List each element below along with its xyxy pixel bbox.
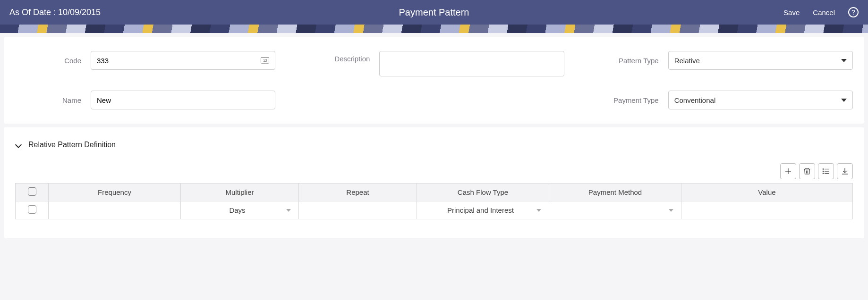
svg-point-9 xyxy=(823,173,824,174)
download-icon xyxy=(841,167,849,175)
cancel-button[interactable]: Cancel xyxy=(813,8,835,17)
delete-row-button[interactable] xyxy=(799,163,815,179)
payment-type-select[interactable]: Conventional xyxy=(668,91,853,109)
as-of-date: As Of Date : 10/09/2015 xyxy=(9,8,101,17)
add-row-button[interactable] xyxy=(780,163,796,179)
help-icon[interactable]: ? xyxy=(848,7,859,17)
col-value: Value xyxy=(681,183,853,201)
list-icon xyxy=(822,167,830,175)
form-panel: Code 12 Description Pattern Type Relativ… xyxy=(4,37,864,124)
description-wrap xyxy=(379,51,564,76)
section-title: Relative Pattern Definition xyxy=(28,141,116,149)
section-header[interactable]: Relative Pattern Definition xyxy=(15,141,853,149)
chevron-down-icon xyxy=(841,99,847,102)
cell-payment-method[interactable] xyxy=(549,201,681,219)
table-header-row: Frequency Multiplier Repeat Cash Flow Ty… xyxy=(16,183,853,201)
svg-point-8 xyxy=(823,171,824,172)
definition-table: Frequency Multiplier Repeat Cash Flow Ty… xyxy=(15,183,853,219)
page-title: Payment Pattern xyxy=(399,7,469,18)
col-repeat: Repeat xyxy=(299,183,417,201)
table-row: Days Principal and Interest xyxy=(16,201,853,219)
chevron-down-icon xyxy=(669,209,673,212)
cell-repeat[interactable] xyxy=(299,201,417,219)
select-all-checkbox[interactable] xyxy=(28,187,36,196)
description-label: Description xyxy=(304,51,370,63)
col-frequency: Frequency xyxy=(49,183,181,201)
code-label: Code xyxy=(15,57,81,65)
trash-icon xyxy=(803,167,811,175)
cell-value[interactable] xyxy=(681,201,853,219)
name-input[interactable] xyxy=(97,91,260,109)
col-cash-flow-type: Cash Flow Type xyxy=(417,183,549,201)
chevron-down-icon xyxy=(841,59,847,62)
decorative-strip xyxy=(0,25,868,33)
payment-type-value: Conventional xyxy=(674,96,716,104)
definition-panel: Relative Pattern Definition Frequency Mu… xyxy=(4,127,864,238)
app-header: As Of Date : 10/09/2015 Payment Pattern … xyxy=(0,0,868,25)
payment-type-label: Payment Type xyxy=(593,96,659,104)
chevron-down-icon xyxy=(286,209,291,212)
multiplier-value: Days xyxy=(188,206,286,214)
cell-cash-flow-type[interactable]: Principal and Interest xyxy=(417,201,549,219)
list-button[interactable] xyxy=(818,163,834,179)
cash-flow-type-value: Principal and Interest xyxy=(425,206,536,214)
pattern-type-select[interactable]: Relative xyxy=(668,51,853,70)
col-multiplier: Multiplier xyxy=(181,183,299,201)
pattern-type-value: Relative xyxy=(674,57,700,65)
row-checkbox[interactable] xyxy=(28,205,36,214)
plus-icon xyxy=(784,167,792,175)
download-button[interactable] xyxy=(837,163,853,179)
name-label: Name xyxy=(15,96,81,104)
svg-point-7 xyxy=(823,169,824,170)
save-button[interactable]: Save xyxy=(783,8,800,17)
code-input[interactable] xyxy=(97,51,260,69)
cell-frequency[interactable] xyxy=(49,201,181,219)
pattern-type-label: Pattern Type xyxy=(593,57,659,65)
cell-multiplier[interactable]: Days xyxy=(181,201,299,219)
description-textarea[interactable] xyxy=(385,55,558,72)
name-input-wrap xyxy=(91,91,275,109)
table-toolbar xyxy=(15,163,853,179)
code-picker-icon[interactable]: 12 xyxy=(261,58,269,64)
chevron-down-icon xyxy=(536,209,541,212)
code-input-wrap: 12 xyxy=(91,51,275,70)
col-payment-method: Payment Method xyxy=(549,183,681,201)
chevron-down-icon xyxy=(15,142,22,148)
